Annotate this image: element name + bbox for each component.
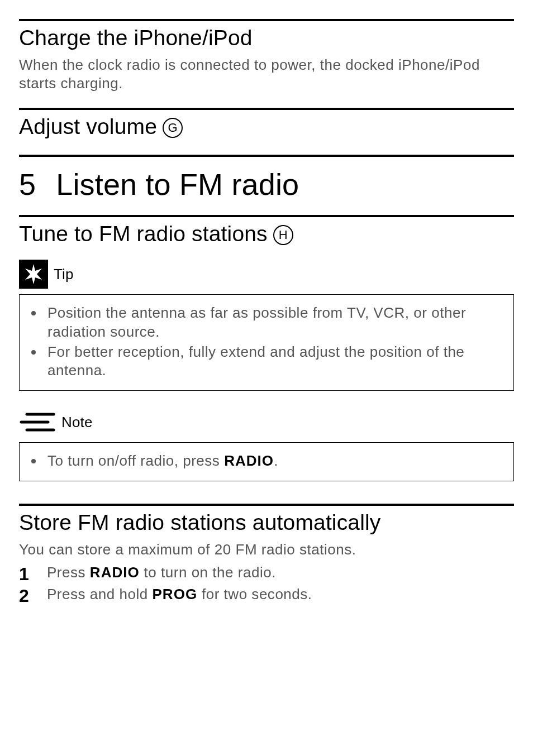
step-item: Press RADIO to turn on the radio. (19, 562, 514, 583)
heading-text: Store FM radio stations automatically (19, 510, 381, 535)
steps-list: Press RADIO to turn on the radio. Press … (19, 562, 514, 605)
chapter-title: Listen to FM radio (56, 167, 299, 202)
note-header: Note (19, 408, 514, 437)
section-heading-store: Store FM radio stations automatically (19, 510, 514, 535)
tip-label: Tip (54, 266, 74, 283)
rule (19, 215, 514, 217)
text: Press (47, 564, 90, 581)
rule (19, 19, 514, 21)
section-heading-charge: Charge the iPhone/iPod (19, 26, 514, 50)
text: for two seconds. (197, 586, 312, 602)
step-item: Press and hold PROG for two seconds. (19, 583, 514, 605)
heading-text: Tune to FM radio stations (19, 222, 268, 246)
reference-letter-icon: H (273, 225, 293, 245)
section-intro-store: You can store a maximum of 20 FM radio s… (19, 540, 514, 559)
heading-text: Adjust volume (19, 114, 157, 139)
note-icon (19, 408, 56, 437)
rule (19, 504, 514, 506)
chapter-heading: 5 Listen to FM radio (19, 167, 514, 202)
chapter-number: 5 (19, 167, 36, 202)
keyword: RADIO (90, 564, 140, 581)
text: . (274, 452, 278, 469)
text: to turn on the radio. (140, 564, 276, 581)
tip-box: Position the antenna as far as possible … (19, 294, 514, 391)
text: To turn on/off radio, press (47, 452, 224, 469)
tip-header: Tip (19, 260, 514, 289)
section-heading-tune: Tune to FM radio stations H (19, 222, 514, 246)
tip-item: For better reception, fully extend and a… (44, 343, 503, 381)
keyword: PROG (152, 586, 197, 602)
heading-text: Charge the iPhone/iPod (19, 26, 253, 50)
tip-icon (19, 260, 48, 289)
rule (19, 155, 514, 157)
note-item: To turn on/off radio, press RADIO. (44, 452, 503, 471)
note-box: To turn on/off radio, press RADIO. (19, 442, 514, 481)
note-label: Note (61, 414, 93, 431)
keyword: RADIO (224, 452, 274, 469)
section-body-charge: When the clock radio is connected to pow… (19, 56, 514, 92)
tip-item: Position the antenna as far as possible … (44, 304, 503, 342)
reference-letter-icon: G (163, 118, 183, 138)
section-heading-volume: Adjust volume G (19, 114, 514, 139)
rule (19, 108, 514, 110)
text: Press and hold (47, 586, 152, 602)
